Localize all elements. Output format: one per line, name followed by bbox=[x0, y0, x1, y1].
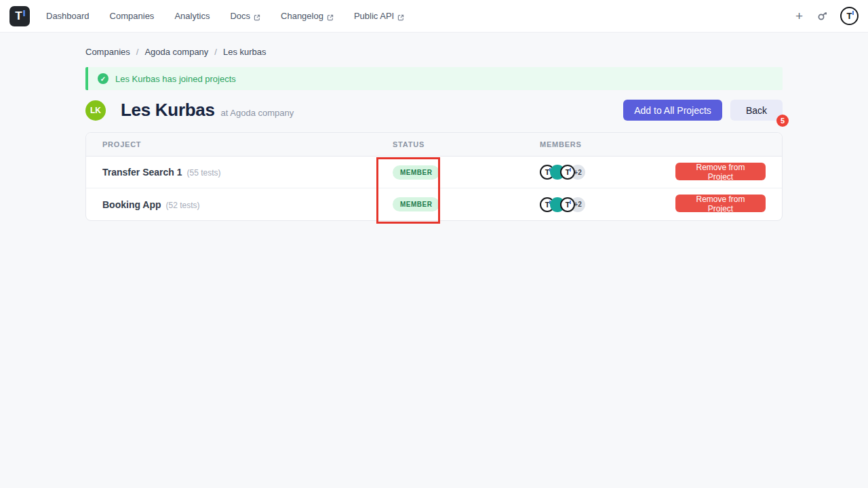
user-avatar-accent bbox=[852, 11, 854, 15]
breadcrumb-separator: / bbox=[136, 47, 139, 57]
member-avatar-accent bbox=[570, 168, 571, 171]
status-badge: MEMBER bbox=[393, 165, 439, 180]
action-cell: Remove from Project bbox=[675, 195, 766, 214]
nav-item-dashboard[interactable]: Dashboard bbox=[46, 11, 90, 21]
add-to-all-projects-button[interactable]: Add to All Projects bbox=[623, 100, 722, 121]
projects-table: PROJECT STATUS MEMBERS Transfer Search 1… bbox=[85, 132, 783, 221]
nav-item-public-api[interactable]: Public API bbox=[354, 11, 404, 21]
nav-item-companies[interactable]: Companies bbox=[110, 11, 155, 21]
external-link-icon bbox=[397, 13, 404, 20]
header-actions: Add to All Projects Back 5 bbox=[623, 100, 783, 121]
plus-icon[interactable]: + bbox=[794, 9, 804, 22]
brand-logo-accent bbox=[23, 10, 25, 16]
member-avatar-accent bbox=[570, 201, 571, 204]
external-link-icon bbox=[254, 13, 260, 20]
nav-item-label: Docs bbox=[230, 11, 250, 21]
breadcrumb-les-kurbas[interactable]: Les kurbas bbox=[223, 47, 267, 57]
title-wrap: Les Kurbas at Agoda company bbox=[121, 100, 294, 121]
main-content: Companies / Agoda company / Les kurbas ✓… bbox=[85, 47, 783, 221]
avatar: LK bbox=[85, 100, 106, 121]
top-navbar: T Dashboard Companies Analytics Docs Cha… bbox=[0, 0, 868, 33]
page-title: Les Kurbas bbox=[121, 100, 215, 121]
nav-right-actions: + T bbox=[794, 7, 859, 25]
table-header-row: PROJECT STATUS MEMBERS bbox=[86, 133, 782, 157]
status-cell: MEMBER bbox=[393, 197, 540, 211]
member-avatar: T bbox=[560, 197, 575, 212]
table-row: Transfer Search 1 (55 tests) MEMBER T T … bbox=[86, 157, 782, 188]
breadcrumb-agoda-company[interactable]: Agoda company bbox=[144, 47, 208, 57]
breadcrumb-companies[interactable]: Companies bbox=[85, 47, 130, 57]
table-row: Booking App (52 tests) MEMBER T T +2 Re bbox=[86, 188, 782, 220]
user-avatar[interactable]: T bbox=[840, 7, 859, 25]
nav-item-analytics[interactable]: Analytics bbox=[174, 11, 210, 21]
member-avatar: T bbox=[560, 165, 575, 180]
check-icon: ✓ bbox=[98, 73, 108, 84]
project-cell: Booking App (52 tests) bbox=[102, 199, 393, 210]
nav-item-label: Analytics bbox=[174, 11, 210, 21]
main-nav: Dashboard Companies Analytics Docs Chang… bbox=[46, 11, 404, 21]
project-name-link[interactable]: Booking App bbox=[102, 199, 161, 210]
column-header-project: PROJECT bbox=[102, 140, 393, 148]
nav-item-label: Public API bbox=[354, 11, 394, 21]
nav-item-changelog[interactable]: Changelog bbox=[281, 11, 334, 21]
brand-logo-letter: T bbox=[15, 10, 22, 22]
project-tests-count: (52 tests) bbox=[166, 201, 200, 210]
action-cell: Remove from Project bbox=[675, 163, 766, 182]
project-name-link[interactable]: Transfer Search 1 bbox=[102, 167, 182, 178]
members-avatar-group: T T +2 bbox=[540, 165, 675, 180]
remove-from-project-button[interactable]: Remove from Project bbox=[675, 163, 766, 180]
nav-item-label: Dashboard bbox=[46, 11, 90, 21]
project-cell: Transfer Search 1 (55 tests) bbox=[102, 167, 393, 178]
external-link-icon bbox=[327, 13, 334, 20]
breadcrumb: Companies / Agoda company / Les kurbas bbox=[85, 47, 783, 57]
back-button-label: Back bbox=[746, 105, 767, 116]
success-banner-message: Les Kurbas has joined projects bbox=[115, 74, 236, 84]
notification-badge: 5 bbox=[776, 115, 789, 127]
breadcrumb-separator: / bbox=[214, 47, 217, 57]
nav-item-docs[interactable]: Docs bbox=[230, 11, 260, 21]
remove-from-project-button[interactable]: Remove from Project bbox=[675, 195, 766, 212]
success-banner: ✓ Les Kurbas has joined projects bbox=[85, 67, 783, 90]
project-tests-count: (55 tests) bbox=[187, 168, 221, 178]
status-cell: MEMBER bbox=[393, 165, 540, 180]
column-header-members: MEMBERS bbox=[540, 140, 675, 148]
nav-item-label: Changelog bbox=[281, 11, 323, 21]
brand-logo[interactable]: T bbox=[9, 6, 30, 26]
page-subtitle: at Agoda company bbox=[221, 108, 294, 118]
column-header-status: STATUS bbox=[393, 140, 540, 148]
members-avatar-group: T T +2 bbox=[540, 197, 675, 212]
user-avatar-letter: T bbox=[847, 11, 852, 21]
page-header: LK Les Kurbas at Agoda company Add to Al… bbox=[85, 100, 783, 121]
search-icon[interactable] bbox=[816, 10, 828, 22]
back-button[interactable]: Back 5 bbox=[730, 100, 783, 121]
status-badge: MEMBER bbox=[393, 197, 439, 211]
nav-item-label: Companies bbox=[110, 11, 155, 21]
